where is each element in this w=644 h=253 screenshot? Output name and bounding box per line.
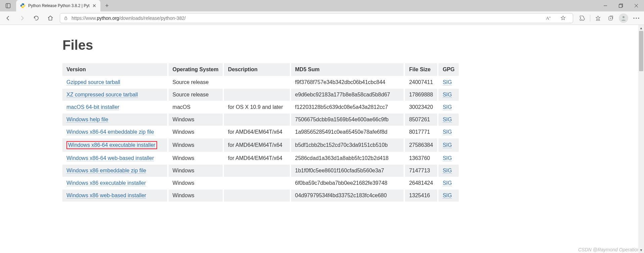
cell-desc [224,114,291,126]
download-link[interactable]: Windows x86 web-based installer [66,193,146,199]
svg-point-14 [636,17,637,18]
cell-desc: for OS X 10.9 and later [224,101,291,113]
python-favicon-icon [20,3,26,8]
download-link[interactable]: Windows help file [66,117,108,123]
download-link[interactable]: Windows x86 executable installer [66,180,146,186]
cell-os: Windows [169,189,224,202]
vertical-scrollbar[interactable]: ▲ ▼ [638,25,644,253]
sig-link[interactable]: SIG [443,168,452,174]
download-link[interactable]: Windows x86-64 web-based installer [66,155,154,161]
tab-title: Python Release Python 3.8.2 | Pyt [28,3,90,8]
cell-gpg: SIG [439,76,459,88]
tab-actions-button[interactable] [0,0,16,11]
table-row: Windows x86 embeddable zip fileWindows1b… [62,165,459,177]
table-row: Gzipped source tarballSource releasef9f3… [62,76,459,88]
cell-version: Windows x86 executable installer [62,177,169,189]
page-content: Files Version Operating System Descripti… [0,25,644,253]
svg-point-12 [623,16,625,18]
sig-link[interactable]: SIG [443,79,452,85]
download-link[interactable]: Windows x86 embeddable zip file [66,168,146,174]
svg-point-15 [638,17,639,18]
col-header-desc: Description [224,63,291,76]
scroll-up-button[interactable]: ▲ [638,25,644,31]
refresh-button[interactable] [30,12,43,24]
tab-actions-icon [5,3,11,8]
cell-gpg: SIG [439,189,459,202]
cell-version: Windows x86-64 executable installer [62,138,169,152]
sig-link[interactable]: SIG [443,92,452,98]
sig-link[interactable]: SIG [443,142,452,148]
table-row: Windows x86-64 web-based installerWindow… [62,152,459,164]
favorite-button[interactable] [557,13,569,23]
cell-os: Windows [169,165,224,177]
scroll-thumb[interactable] [639,31,643,71]
cell-size: 1325416 [405,189,439,202]
forward-button [15,12,29,24]
cell-os: macOS [169,101,224,113]
cell-desc: for AMD64/EM64T/x64 [224,152,291,164]
files-table: Version Operating System Description MD5… [62,63,459,202]
favorites-bar-button[interactable] [592,13,604,23]
cell-desc [224,76,291,88]
cell-md5: b5df1cbb2bc152cd70c3da9151cb510b [291,138,405,152]
col-header-version: Version [62,63,169,76]
cell-size: 27586384 [405,138,439,152]
svg-rect-4 [619,5,622,8]
home-button[interactable] [44,12,57,24]
cell-md5: 6f0ba59c7dbeba7bb0ee21682fe39748 [291,177,405,189]
cell-size: 30023420 [405,101,439,113]
tab-close-button[interactable]: ✕ [92,3,96,8]
cell-version: Gzipped source tarball [62,76,169,88]
cell-desc [224,165,291,177]
cell-version: Windows x86 embeddable zip file [62,165,169,177]
page-title: Files [62,38,459,53]
download-link[interactable]: Windows x86-64 executable installer [68,142,155,148]
menu-button[interactable] [630,13,643,23]
cell-version: Windows help file [62,114,169,126]
cell-os: Windows [169,114,224,126]
browser-titlebar: Python Release Python 3.8.2 | Pyt ✕ + [0,0,644,11]
sig-link[interactable]: SIG [443,193,452,199]
sig-link[interactable]: SIG [443,155,452,161]
sig-link[interactable]: SIG [443,180,452,186]
cell-size: 7147713 [405,165,439,177]
download-link[interactable]: XZ compressed source tarball [66,92,138,98]
cell-gpg: SIG [439,152,459,164]
maximize-button[interactable] [613,0,629,11]
cell-size: 17869888 [405,89,439,101]
cell-gpg: SIG [439,101,459,113]
scroll-down-button[interactable]: ▼ [638,247,644,253]
cell-os: Source release [169,76,224,88]
browser-tab[interactable]: Python Release Python 3.8.2 | Pyt ✕ [16,0,100,11]
extensions-button[interactable] [576,13,589,23]
read-aloud-button[interactable]: A» [542,13,555,23]
sig-link[interactable]: SIG [443,117,452,123]
cell-md5: f9f3768f757e34b342dbc06b41cbc844 [291,76,405,88]
close-window-button[interactable] [629,0,644,11]
cell-md5: f12203128b5c639dc08e5a43a2812cc7 [291,101,405,113]
address-input[interactable]: https://www.python.org/downloads/release… [60,13,573,23]
download-link[interactable]: macOS 64-bit installer [66,104,119,110]
table-row: XZ compressed source tarballSource relea… [62,89,459,101]
new-tab-button[interactable]: + [100,0,114,11]
cell-version: Windows x86-64 embeddable zip file [62,126,169,138]
cell-gpg: SIG [439,177,459,189]
collections-button[interactable] [604,13,617,23]
cell-os: Windows [169,138,224,152]
svg-rect-7 [65,18,67,19]
col-header-md5: MD5 Sum [291,63,405,76]
profile-button[interactable] [617,13,630,23]
sig-link[interactable]: SIG [443,104,452,110]
cell-version: Windows x86 web-based installer [62,189,169,202]
minimize-button[interactable] [598,0,613,11]
download-link[interactable]: Windows x86-64 embeddable zip file [66,129,154,135]
cell-os: Windows [169,177,224,189]
back-button[interactable] [1,12,15,24]
sig-link[interactable]: SIG [443,129,452,135]
cell-os: Windows [169,126,224,138]
download-link[interactable]: Gzipped source tarball [66,79,120,85]
cell-gpg: SIG [439,165,459,177]
cell-size: 1363760 [405,152,439,164]
url-text: https://www.python.org/downloads/release… [72,15,186,21]
table-row: Windows x86 web-based installerWindows04… [62,189,459,202]
